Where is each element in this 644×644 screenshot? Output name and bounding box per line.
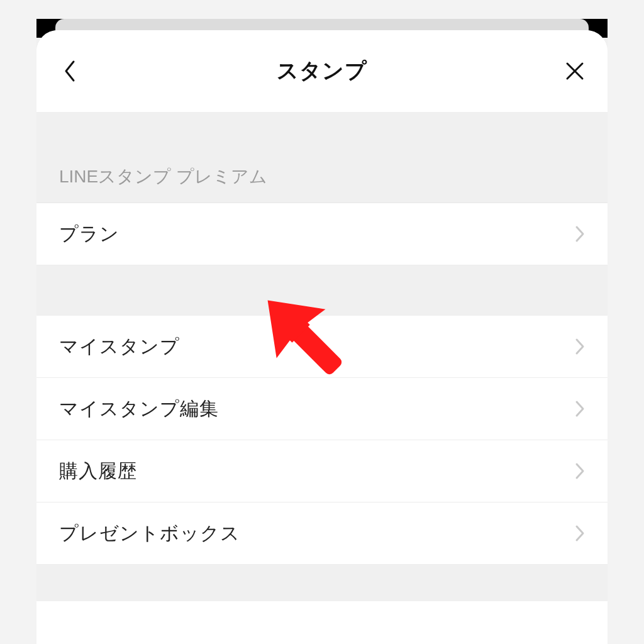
chevron-right-icon (575, 462, 585, 480)
close-icon (564, 60, 586, 82)
row-label: プラン (59, 221, 119, 247)
row-my-stamps-edit[interactable]: マイスタンプ編集 (36, 378, 608, 440)
back-button[interactable] (55, 57, 83, 85)
section-gap (36, 112, 608, 148)
section-gap (36, 565, 608, 601)
close-button[interactable] (561, 57, 589, 85)
content-area: LINEスタンプ プレミアム プラン マイスタンプ マイスタンプ編集 (36, 112, 608, 601)
device-frame: スタンプ LINEスタンプ プレミアム プラン マイスタンプ (36, 19, 608, 644)
row-label: 購入履歴 (59, 458, 137, 484)
chevron-right-icon (575, 225, 585, 243)
row-present-box[interactable]: プレゼントボックス (36, 502, 608, 565)
chevron-right-icon (575, 400, 585, 418)
row-my-stamps[interactable]: マイスタンプ (36, 316, 608, 378)
section-gap (36, 265, 608, 316)
chevron-right-icon (575, 525, 585, 542)
section-header-premium: LINEスタンプ プレミアム (36, 148, 608, 203)
page-title: スタンプ (277, 57, 367, 86)
header-bar: スタンプ (36, 30, 608, 112)
modal-sheet: スタンプ LINEスタンプ プレミアム プラン マイスタンプ (36, 30, 608, 644)
row-plan[interactable]: プラン (36, 203, 608, 265)
row-purchase-history[interactable]: 購入履歴 (36, 440, 608, 502)
chevron-left-icon (62, 59, 76, 83)
row-label: マイスタンプ編集 (59, 396, 219, 422)
chevron-right-icon (575, 338, 585, 355)
row-label: プレゼントボックス (59, 521, 240, 547)
row-label: マイスタンプ (59, 334, 180, 360)
